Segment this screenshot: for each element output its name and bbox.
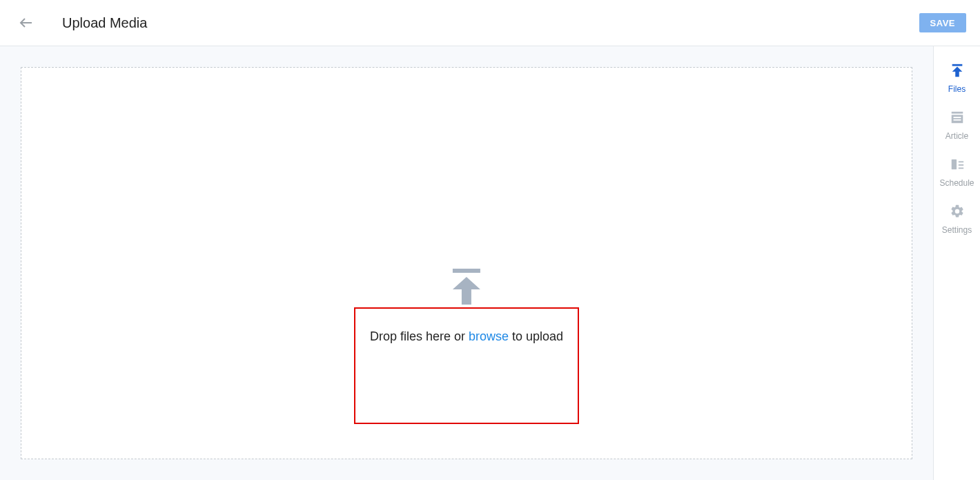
dropzone-text: Drop files here or browse to upload	[370, 329, 563, 344]
svg-rect-5	[951, 112, 963, 114]
svg-rect-6	[951, 115, 963, 123]
sidebar-item-schedule[interactable]: Schedule	[934, 150, 980, 197]
svg-rect-1	[453, 269, 480, 273]
right-sidebar: Files Article	[933, 46, 980, 480]
svg-rect-7	[953, 117, 961, 118]
sidebar-item-files[interactable]: Files	[934, 56, 980, 103]
back-arrow-icon[interactable]	[18, 15, 35, 31]
svg-marker-2	[453, 277, 480, 305]
dropzone[interactable]: Drop files here or browse to upload	[21, 67, 912, 459]
header-left: Upload Media	[18, 15, 147, 31]
settings-icon	[950, 204, 965, 219]
upload-icon	[450, 269, 483, 310]
svg-rect-9	[951, 160, 956, 170]
article-icon	[950, 110, 965, 125]
svg-rect-3	[952, 64, 962, 66]
sidebar-item-label: Schedule	[939, 178, 974, 188]
sidebar-item-article[interactable]: Article	[934, 103, 980, 150]
sidebar-item-label: Settings	[942, 225, 972, 235]
dropzone-text-suffix: to upload	[509, 329, 563, 343]
dropzone-text-prefix: Drop files here or	[370, 329, 469, 343]
header: Upload Media SAVE	[0, 0, 980, 46]
sidebar-item-settings[interactable]: Settings	[934, 197, 980, 244]
schedule-icon	[950, 157, 965, 172]
svg-marker-4	[952, 67, 962, 77]
page-title: Upload Media	[62, 15, 147, 31]
svg-rect-8	[953, 119, 961, 121]
body-area: Drop files here or browse to upload File…	[0, 46, 980, 480]
browse-link[interactable]: browse	[469, 329, 509, 343]
dropzone-content: Drop files here or browse to upload	[370, 269, 563, 344]
main-panel: Drop files here or browse to upload	[0, 46, 933, 480]
sidebar-item-label: Article	[945, 131, 968, 141]
save-button[interactable]: SAVE	[919, 13, 966, 32]
upload-icon	[950, 63, 965, 78]
sidebar-item-label: Files	[948, 84, 966, 94]
